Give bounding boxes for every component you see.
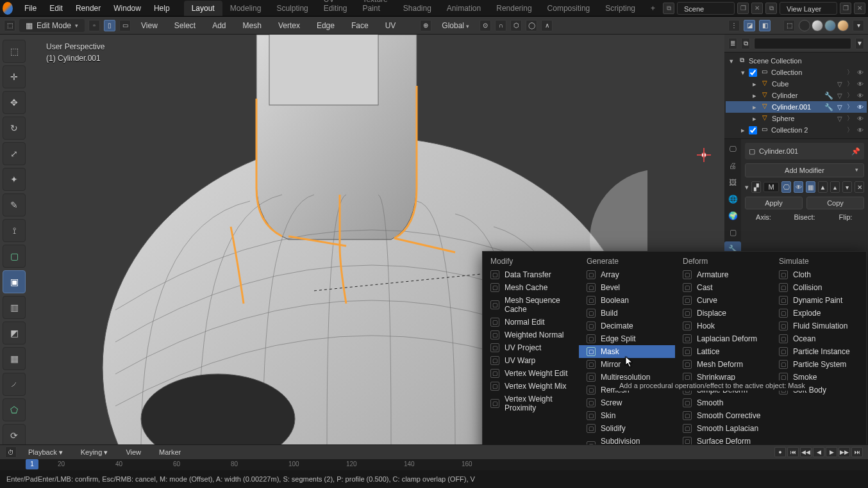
xray-icon[interactable]: ◧ [759,20,771,31]
copy-button[interactable]: Copy [806,197,864,209]
tool-cursor[interactable]: ✛ [3,65,26,88]
menu-render[interactable]: Render [69,1,107,15]
new-layer-icon[interactable]: ❐ [840,3,851,14]
modifier-data-transfer[interactable]: ▢Data Transfer [483,268,579,281]
modifier-fluid-simulation[interactable]: ▢Fluid Simulation [771,320,867,332]
tool-bevel[interactable]: ◩ [3,321,26,345]
modifier-array[interactable]: ▢Array [579,268,675,281]
mesh-display-icon[interactable]: ⋮ [728,20,740,31]
outliner-collection-2[interactable]: ▸▭Collection 2〉👁 [726,124,867,136]
orientation-icon[interactable]: ⊕ [420,20,431,31]
shading-options-icon[interactable]: ▾ [853,20,864,31]
modifier-mask[interactable]: ▢Mask [579,345,675,358]
show-gizmo-icon[interactable]: ⬚ [783,20,795,31]
outliner-item-cylinder-001[interactable]: ▸▽Cylinder.001🔧▽〉👁 [726,101,867,113]
browse-layer-icon[interactable]: ⧉ [765,3,777,14]
jump-start[interactable]: ⏮ [787,447,799,457]
mod-show-edit[interactable]: ▦ [806,181,815,193]
modifier-vertex-weight-proximity[interactable]: ▢Vertex Weight Proximity [483,393,579,414]
modifier-cast[interactable]: ▢Cast [675,281,771,294]
modifier-normal-edit[interactable]: ▢Normal Edit [483,316,579,329]
modifier-build[interactable]: ▢Build [579,307,675,320]
new-scene-icon[interactable]: ❐ [737,3,749,14]
modifier-hook[interactable]: ▢Hook [675,320,771,332]
tool-loopcut[interactable]: ▦ [3,347,26,370]
timeline-ruler[interactable]: 1 20406080100120140160 [0,459,868,471]
modifier-mesh-cache[interactable]: ▢Mesh Cache [483,281,579,294]
tool-annotate[interactable]: ✎ [3,193,26,216]
tool-add-cube[interactable]: ▢ [3,245,26,268]
wireframe-mode[interactable] [799,20,810,31]
modifier-explode[interactable]: ▢Explode [771,307,867,320]
play-rev[interactable]: ◀ [813,447,824,457]
tool-spin[interactable]: ⟳ [3,424,26,447]
modifier-edge-split[interactable]: ▢Edge Split [579,332,675,345]
mesh-menu[interactable]: Mesh [237,19,268,33]
outliner-item-cube[interactable]: ▸▽Cube▽〉👁 [726,78,867,90]
outliner-collection[interactable]: ▾▭Collection〉👁 [726,67,867,78]
outliner-filter-icon[interactable]: ▼ [855,38,864,49]
face-menu[interactable]: Face [345,19,375,33]
browse-scene-icon[interactable]: ⧉ [663,3,674,14]
mod-delete[interactable]: ✕ [855,181,864,193]
add-workspace[interactable]: + [643,1,663,16]
autokey-icon[interactable]: ● [774,447,786,457]
modifier-cloth[interactable]: ▢Cloth [771,268,867,281]
modifier-armature[interactable]: ▢Armature [675,268,771,281]
ptab-world[interactable]: 🌍 [724,208,741,224]
modifier-uv-warp[interactable]: ▢UV Warp [483,354,579,367]
expand-icon[interactable]: ▾ [745,183,749,191]
view-menu[interactable]: View [135,19,164,33]
scene-name-field[interactable]: Scene [677,2,735,15]
vert-select-icon[interactable]: ▫ [88,20,100,31]
jump-end[interactable]: ⏭ [851,447,863,457]
ptab-object[interactable]: ▢ [724,225,741,240]
menu-help[interactable]: Help [147,1,176,15]
proportional-type-icon[interactable]: ∧ [541,20,553,31]
modifier-particle-system[interactable]: ▢Particle System [771,358,867,371]
menu-file[interactable]: File [18,1,43,15]
modifier-name-field[interactable]: M [764,182,779,192]
vertex-menu[interactable]: Vertex [272,19,306,33]
workspace-tab-uv-editing[interactable]: UV Editing [316,0,355,16]
modifier-displace[interactable]: ▢Displace [675,307,771,320]
viewlayer-field[interactable]: View Layer [780,2,837,15]
render-mode[interactable] [837,20,849,31]
edge-menu[interactable]: Edge [310,19,341,33]
orientation-dd[interactable]: Global ▾ [435,19,476,33]
menu-edit[interactable]: Edit [43,1,69,15]
mod-show-cage[interactable]: ▲ [818,181,828,193]
workspace-tab-rendering[interactable]: Rendering [488,1,539,16]
editor-type-icon[interactable]: ⬚ [4,20,15,31]
tool-rotate[interactable]: ↻ [3,117,26,140]
tool-select-box[interactable]: ⬚ [3,40,26,63]
tool-inset[interactable]: ▥ [3,296,26,319]
play[interactable]: ▶ [826,447,837,457]
modifier-laplacian-deform[interactable]: ▢Laplacian Deform [675,332,771,345]
snap-icon[interactable]: ∩ [495,20,506,31]
pin-icon[interactable]: 📌 [851,147,860,156]
modifier-boolean[interactable]: ▢Boolean [579,294,675,307]
menu-window[interactable]: Window [107,1,147,15]
tool-knife[interactable]: ⟋ [3,373,26,396]
timeline-cursor[interactable]: 1 [26,459,38,469]
modifier-collision[interactable]: ▢Collision [771,281,867,294]
keyframe-next[interactable]: ▶▶ [839,447,850,457]
modifier-ocean[interactable]: ▢Ocean [771,332,867,345]
modifier-smooth-laplacian[interactable]: ▢Smooth Laplacian [675,422,771,435]
workspace-tab-sculpting[interactable]: Sculpting [269,1,315,16]
playback-menu[interactable]: Playback ▾ [22,446,69,459]
workspace-tab-compositing[interactable]: Compositing [540,1,598,16]
ptab-viewlayer[interactable]: 🖼 [724,175,741,190]
keyframe-prev[interactable]: ◀◀ [800,447,812,457]
outliner-item-cylinder[interactable]: ▸▽Cylinder🔧▽〉👁 [726,90,867,101]
modifier-decimate[interactable]: ▢Decimate [579,320,675,332]
workspace-tab-animation[interactable]: Animation [439,1,488,16]
mod-show-viewport[interactable]: 👁 [794,181,803,193]
modifier-smooth[interactable]: ▢Smooth [675,396,771,409]
workspace-tab-shading[interactable]: Shading [396,1,439,16]
modifier-uv-project[interactable]: ▢UV Project [483,341,579,354]
modifier-vertex-weight-edit[interactable]: ▢Vertex Weight Edit [483,367,579,380]
ptab-output[interactable]: 🖨 [724,158,741,174]
ptab-scene[interactable]: 🌐 [724,191,741,207]
